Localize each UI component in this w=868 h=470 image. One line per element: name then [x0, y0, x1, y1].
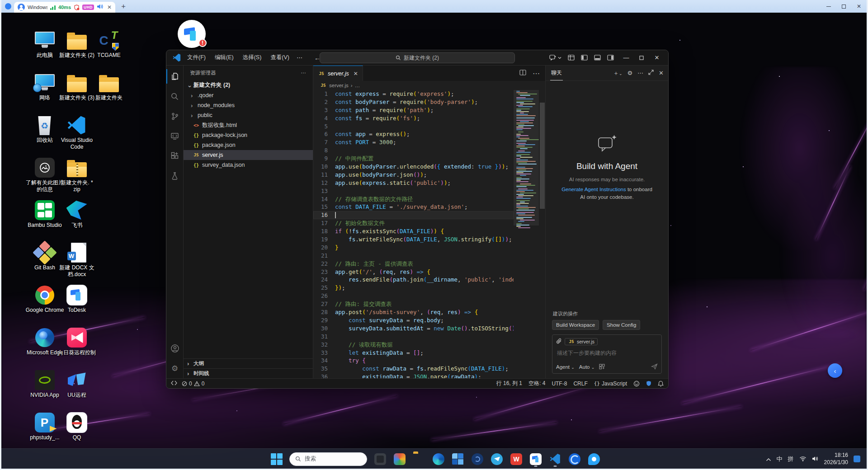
- activity-explorer-icon[interactable]: [166, 66, 184, 86]
- desktop-icon-folder[interactable]: 新建文件夹 (2): [61, 29, 93, 59]
- desktop-icon-monitor[interactable]: 此电脑: [28, 29, 61, 59]
- tree-item-package-lock.json[interactable]: {}package-lock.json: [184, 130, 313, 140]
- taskbar-app-app-blue-tiles[interactable]: [452, 451, 464, 467]
- desktop-icon-vscode[interactable]: Visual Studio Code: [61, 114, 93, 150]
- maximize-icon[interactable]: [842, 5, 846, 9]
- toggle-panel-icon[interactable]: [594, 55, 601, 61]
- volume-icon[interactable]: [812, 455, 819, 463]
- taskbar-app-app-navy[interactable]: [471, 451, 484, 467]
- context-chip-server-js[interactable]: JS server.js: [565, 338, 598, 345]
- notifications-bell-icon[interactable]: [658, 381, 664, 387]
- tree-item-node_modules[interactable]: ›node_modules: [184, 100, 313, 110]
- audio-icon[interactable]: [97, 3, 104, 11]
- taskbar-app-microsoft-edge[interactable]: [432, 451, 445, 467]
- remote-indicator-icon[interactable]: [171, 381, 177, 387]
- start-button[interactable]: [271, 453, 283, 465]
- desktop-icon-chrome[interactable]: Google Chrome: [28, 284, 61, 314]
- security-shield-icon[interactable]: [74, 5, 80, 10]
- copilot-chat-icon[interactable]: [549, 55, 561, 61]
- status-item-0[interactable]: 行 16, 列 1: [496, 380, 522, 387]
- model-selector[interactable]: Auto ⌄: [579, 364, 594, 370]
- settings-gear-icon[interactable]: ⚙: [166, 358, 184, 378]
- tools-icon[interactable]: [599, 364, 605, 370]
- taskbar-app-file-explorer[interactable]: [413, 451, 425, 467]
- minimize-icon[interactable]: [826, 6, 831, 7]
- quality-badge[interactable]: UHD: [82, 5, 94, 10]
- activity-extensions-icon[interactable]: [166, 146, 184, 166]
- customize-layout-icon[interactable]: [568, 55, 575, 61]
- desktop-icon-docx[interactable]: W新建 DOCX 文档.docx: [61, 241, 93, 278]
- desktop-icon-phpstudy[interactable]: Pphpstudy_...: [28, 411, 61, 441]
- action-button-build-workspace[interactable]: Build Workspace: [552, 320, 599, 330]
- desktop-icon-feishu[interactable]: 飞书: [61, 199, 93, 229]
- close-icon[interactable]: ✕: [857, 3, 861, 9]
- menu-item-0[interactable]: 文件(F): [184, 52, 209, 63]
- action-button-show-config[interactable]: Show Config: [603, 320, 640, 330]
- activity-testing-icon[interactable]: [166, 166, 184, 186]
- new-chat-icon[interactable]: ＋⌄: [613, 69, 623, 77]
- desktop-icon-sunflower[interactable]: 向日葵远程控制: [61, 326, 93, 356]
- taskbar-app-app-colorful[interactable]: [393, 451, 406, 467]
- desktop-icon-network[interactable]: 网络: [28, 71, 61, 101]
- desktop-icon-gitbash[interactable]: Git Bash: [28, 241, 61, 271]
- taskbar-app-app-blue-swirl[interactable]: [568, 451, 581, 467]
- tree-item-survey_data.json[interactable]: {}survey_data.json: [184, 160, 313, 170]
- desktop-icon-nvidia[interactable]: NVIDIA App: [28, 369, 61, 399]
- desktop-icon-tcgame[interactable]: TCTCGAME: [93, 29, 125, 59]
- outline-section[interactable]: › 大纲: [184, 358, 313, 368]
- menu-item-3[interactable]: 查看(V): [267, 52, 293, 63]
- desktop-icon-recycle[interactable]: ♻回收站: [28, 114, 61, 144]
- status-item-2[interactable]: UTF-8: [552, 381, 567, 387]
- desktop-icon-photo[interactable]: 了解有关此图片的信息: [28, 156, 61, 193]
- generate-instructions-link[interactable]: Generate Agent Instructions: [561, 187, 626, 192]
- window-close-icon[interactable]: ✕: [649, 51, 665, 65]
- activity-remote-explorer-icon[interactable]: [166, 126, 184, 146]
- new-session-button[interactable]: ＋: [120, 2, 127, 11]
- activity-source-control-icon[interactable]: [166, 106, 184, 126]
- taskbar-search[interactable]: 搜索: [289, 452, 367, 466]
- desktop-icon-edge[interactable]: Microsoft Edge: [28, 326, 61, 356]
- chat-settings-gear-icon[interactable]: ⚙: [627, 70, 632, 76]
- todesk-floating-logo[interactable]: !: [178, 20, 206, 48]
- attach-context-icon[interactable]: [556, 338, 562, 346]
- tree-item-.qoder[interactable]: ›.qoder: [184, 90, 313, 100]
- tree-item-public[interactable]: ›public: [184, 110, 313, 120]
- tray-chevron-icon[interactable]: [766, 455, 771, 463]
- menu-item-1[interactable]: 编辑(E): [211, 52, 237, 63]
- problems-indicator[interactable]: 0 0: [182, 381, 204, 387]
- desktop-icon-folder[interactable]: 新建文件夹 (3): [61, 71, 93, 101]
- tree-item-server.js[interactable]: JSserver.js: [184, 150, 313, 160]
- desktop-icon-zip[interactable]: 新建文件夹. * zip: [61, 156, 93, 193]
- desktop-icon-uu[interactable]: UU远程: [61, 369, 93, 399]
- taskbar-app-todesk[interactable]: [529, 451, 542, 467]
- desktop-icon-bambu[interactable]: Bambu Studio: [28, 199, 61, 229]
- mode-selector[interactable]: Agent ⌄: [556, 364, 575, 370]
- menu-overflow-icon[interactable]: ⋯: [293, 54, 306, 61]
- editor-scrollbar[interactable]: [540, 103, 545, 209]
- taskbar-app-app-window[interactable]: [374, 451, 387, 467]
- tab-server-js[interactable]: JS server.js ✕: [313, 66, 363, 81]
- close-session-icon[interactable]: ✕: [107, 4, 112, 10]
- feedback-smiley-icon[interactable]: [633, 381, 640, 387]
- tab-close-icon[interactable]: ✕: [354, 70, 358, 77]
- activity-search-icon[interactable]: [166, 86, 184, 106]
- clock[interactable]: 18:16 2026/1/30: [824, 452, 848, 466]
- toggle-sidebar-icon[interactable]: [581, 55, 588, 61]
- security-status-icon[interactable]: [646, 381, 651, 386]
- chat-more-icon[interactable]: ⋯: [637, 70, 643, 76]
- window-maximize-icon[interactable]: [634, 51, 649, 65]
- window-minimize-icon[interactable]: —: [618, 51, 634, 65]
- desktop-icon-todesk[interactable]: ToDesk: [61, 284, 93, 314]
- editor-actions-more-icon[interactable]: ⋯: [533, 69, 540, 78]
- desktop-icon-folder[interactable]: 新建文件夹: [93, 71, 125, 101]
- account-icon[interactable]: [166, 338, 184, 358]
- status-item-4[interactable]: {} JavaScript: [594, 381, 627, 387]
- chat-close-icon[interactable]: ✕: [659, 70, 664, 76]
- explorer-more-icon[interactable]: ⋯: [301, 70, 307, 76]
- taskbar-app-app-chat-bubble[interactable]: [588, 451, 600, 467]
- floating-toolbar-ball[interactable]: ‹: [828, 363, 842, 378]
- network-icon[interactable]: [799, 455, 807, 463]
- taskbar-app-visual-studio-code[interactable]: [549, 451, 561, 467]
- split-editor-icon[interactable]: [519, 69, 526, 77]
- ime-pinyin-indicator[interactable]: 拼: [788, 455, 794, 463]
